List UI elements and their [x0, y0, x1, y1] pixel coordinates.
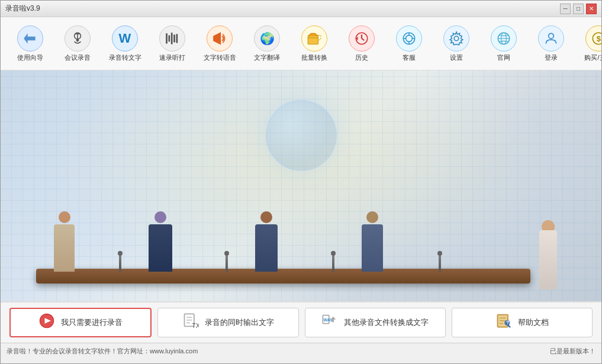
svg-point-23 [549, 33, 554, 38]
action-button-record-only[interactable]: 我只需要进行录音 [9, 308, 152, 337]
toolbar-item-transcribe[interactable]: W录音转文字 [101, 20, 149, 67]
convert-label: 其他录音文件转换成文字 [344, 317, 429, 328]
person-1 [54, 211, 75, 272]
toolbar-item-settings[interactable]: 设置 [433, 20, 480, 67]
minimize-button[interactable]: ─ [560, 4, 571, 14]
action-button-record-text[interactable]: TXT录音的同时输出文字 [157, 308, 298, 337]
title-bar: 录音啦v3.9 ─ □ ✕ [1, 1, 601, 17]
translate-label: 文字翻译 [254, 54, 280, 62]
svg-marker-8 [213, 32, 221, 45]
svg-marker-0 [24, 33, 35, 43]
svg-point-14 [406, 35, 413, 41]
microphone-2 [226, 251, 228, 272]
website-label: 官网 [497, 54, 510, 62]
login-label: 登录 [545, 54, 558, 62]
toolbar-item-meeting[interactable]: 会议录音 [54, 20, 101, 67]
toolbar-item-login[interactable]: 登录 [527, 20, 575, 67]
help-label: 帮助文档 [518, 317, 549, 328]
listen-icon [159, 25, 185, 51]
record-only-icon [38, 313, 55, 333]
svg-point-19 [454, 36, 459, 41]
maximize-button[interactable]: □ [573, 4, 584, 14]
app-title: 录音啦v3.9 [5, 4, 40, 14]
settings-label: 设置 [450, 54, 463, 62]
settings-icon [443, 25, 469, 51]
close-button[interactable]: ✕ [586, 4, 597, 14]
microphone-3 [332, 251, 334, 272]
svg-rect-3 [166, 33, 168, 43]
toolbar-item-translate[interactable]: 🌍文字翻译 [243, 20, 291, 67]
toolbar-item-guide[interactable]: 使用向导 [7, 20, 54, 67]
tts-label: 文字转语音 [204, 54, 236, 62]
meeting-icon [65, 25, 91, 51]
guide-icon [17, 25, 43, 51]
hero-banner [1, 70, 601, 301]
toolbar-item-listen[interactable]: 速录听打 [149, 20, 196, 67]
action-buttons-area: 我只需要进行录音TXT录音的同时输出文字WAV其他录音文件转换成文字?帮助文档 [1, 301, 601, 343]
purchase-label: 购买/充值 [584, 54, 602, 62]
transcribe-label: 录音转文字 [109, 54, 141, 62]
microphone-4 [439, 251, 441, 272]
status-left: 录音啦！专业的会议录音转文字软件！官方网址：www.luyinla.com [7, 347, 198, 356]
toolbar-item-history[interactable]: 历史 [338, 20, 385, 67]
history-label: 历史 [355, 54, 368, 62]
svg-text:$: $ [597, 34, 601, 43]
svg-line-12 [362, 38, 364, 40]
svg-rect-7 [176, 34, 178, 43]
login-icon [538, 25, 564, 51]
globe-sphere [266, 100, 337, 171]
translate-icon: 🌍 [254, 25, 280, 51]
svg-rect-6 [173, 34, 175, 42]
guide-label: 使用向导 [17, 54, 43, 62]
toolbar-item-website[interactable]: 官网 [480, 20, 527, 67]
batch-label: 批量转换 [301, 54, 327, 62]
person-3 [255, 211, 278, 272]
svg-rect-9 [308, 36, 318, 44]
convert-icon: WAV [321, 313, 338, 333]
service-label: 客服 [403, 54, 416, 62]
person-4 [362, 211, 383, 272]
action-button-help[interactable]: ?帮助文档 [452, 308, 593, 337]
help-icon: ? [495, 313, 512, 333]
svg-rect-2 [76, 38, 79, 41]
toolbar: 使用向导会议录音W录音转文字速录听打文字转语音🌍文字翻译批量转换历史客服设置官网… [1, 17, 601, 70]
svg-rect-4 [169, 35, 170, 41]
status-bar: 录音啦！专业的会议录音转文字软件！官方网址：www.luyinla.com 已是… [1, 343, 601, 359]
svg-text:?: ? [506, 320, 509, 326]
action-button-convert[interactable]: WAV其他录音文件转换成文字 [305, 308, 446, 337]
microphone-1 [119, 251, 121, 272]
record-only-label: 我只需要进行录音 [61, 317, 123, 328]
batch-icon [301, 25, 327, 51]
presenter [530, 183, 566, 289]
record-text-label: 录音的同时输出文字 [205, 317, 274, 328]
toolbar-item-service[interactable]: 客服 [385, 20, 433, 67]
toolbar-item-batch[interactable]: 批量转换 [291, 20, 338, 67]
conference-table [36, 269, 530, 284]
window-controls: ─ □ ✕ [560, 4, 597, 14]
record-text-icon: TXT [182, 313, 199, 333]
conference-scene [1, 165, 601, 301]
status-right: 已是最新版本！ [550, 347, 595, 356]
tts-icon [207, 25, 233, 51]
meeting-label: 会议录音 [65, 54, 91, 62]
listen-label: 速录听打 [159, 54, 185, 62]
svg-rect-5 [171, 33, 173, 44]
website-icon [491, 25, 517, 51]
service-icon [396, 25, 422, 51]
toolbar-item-purchase[interactable]: $购买/充值 [575, 20, 602, 67]
transcribe-icon: W [112, 25, 138, 51]
purchase-icon: $ [585, 25, 602, 51]
toolbar-item-tts[interactable]: 文字转语音 [196, 20, 243, 67]
svg-text:TXT: TXT [192, 322, 199, 329]
person-2 [149, 211, 172, 272]
history-icon [349, 25, 375, 51]
